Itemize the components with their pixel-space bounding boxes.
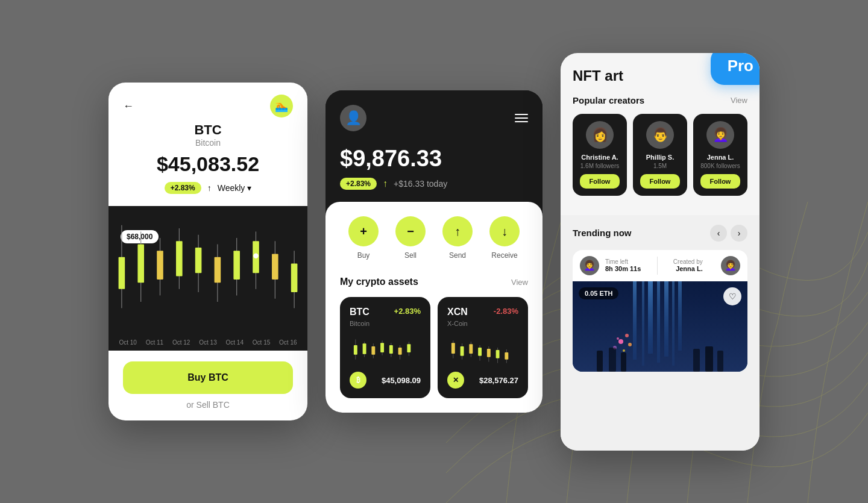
svg-rect-65 (621, 352, 626, 372)
menu-button[interactable] (515, 114, 528, 122)
svg-rect-67 (705, 346, 713, 372)
btc-chart-area: $68,000 (108, 206, 307, 351)
svg-rect-28 (380, 343, 384, 352)
btc-asset-card[interactable]: BTC +2.83% Bitcoin (340, 297, 430, 398)
btc-price: $45,083.52 (157, 152, 259, 176)
btc-candlestick-chart (108, 206, 307, 334)
trending-meta-right: Created by Jenna L. (673, 258, 703, 272)
xcn-asset-icon: ✕ (447, 372, 464, 389)
creator-name-christine: Christine A. (581, 154, 618, 161)
chevron-down-icon: ▾ (247, 183, 251, 193)
trending-time-value: 8h 30m 11s (605, 265, 641, 272)
trending-creator-avatar-right: 👩‍🦱 (721, 256, 740, 275)
wallet-arrow-icon: ↑ (383, 178, 388, 189)
btc-detail-card: ← 🏊 BTC Bitcoin $45,083.52 +2.83% ↑ Week… (108, 83, 307, 420)
nav-prev-button[interactable]: ‹ (710, 225, 727, 242)
buy-action-button[interactable]: + Buy (348, 216, 379, 260)
assets-grid: BTC +2.83% Bitcoin (340, 297, 528, 398)
creator-card-jenna: 👩‍🦱 Jenna L. 800K followers Follow (693, 114, 747, 196)
trending-card[interactable]: 👩‍🦱 Time left 8h 30m 11s Created by Jenn… (573, 250, 747, 372)
svg-point-60 (617, 337, 619, 340)
svg-rect-3 (137, 245, 144, 283)
nav-arrows: ‹ › (710, 225, 747, 242)
svg-point-58 (625, 334, 629, 337)
btc-coin-symbol: BTC (194, 122, 221, 138)
menu-line-1 (515, 114, 528, 115)
follow-button-jenna[interactable]: Follow (700, 174, 740, 189)
creators-row: 👩 Christine A. 1.6M followers Follow 👨 P… (573, 114, 747, 196)
creator-card-christine: 👩 Christine A. 1.6M followers Follow (573, 114, 627, 196)
svg-rect-64 (609, 348, 616, 372)
creator-name-phillip: Phillip S. (646, 154, 674, 161)
follow-button-phillip[interactable]: Follow (640, 174, 680, 189)
back-button[interactable]: ← (123, 100, 134, 113)
svg-rect-66 (693, 349, 700, 372)
svg-rect-17 (272, 254, 278, 280)
btc-asset-change: +2.83% (394, 307, 421, 316)
chart-label-oct16: Oct 16 (279, 339, 297, 346)
assets-view-link[interactable]: View (511, 278, 528, 287)
btc-asset-symbol: BTC (350, 307, 370, 317)
svg-point-62 (623, 349, 625, 352)
chart-label-oct11: Oct 11 (146, 339, 163, 346)
svg-rect-30 (389, 345, 393, 354)
pro-badge: Pro (711, 53, 760, 85)
sell-action-button[interactable]: − Sell (395, 216, 426, 260)
svg-rect-36 (451, 343, 455, 354)
action-buttons-row: + Buy − Sell ↑ Send ↓ Receive (340, 216, 528, 260)
wallet-top-section: 👤 $9,876.33 +2.83% ↑ +$16.33 today (326, 90, 542, 202)
receive-action-button[interactable]: ↓ Receive (489, 216, 520, 260)
sell-action-label: Sell (404, 251, 417, 260)
btc-asset-icon: ₿ (350, 372, 366, 389)
creator-card-phillip: 👨 Phillip S. 1.5M Follow (633, 114, 687, 196)
send-action-button[interactable]: ↑ Send (442, 216, 473, 260)
trending-time-label: Time left (605, 258, 641, 265)
trending-creator-name: Jenna L. (676, 265, 703, 272)
wallet-user-avatar: 👤 (340, 105, 366, 131)
sell-btc-link[interactable]: or Sell BTC (186, 400, 230, 410)
svg-rect-56 (678, 281, 682, 351)
svg-rect-44 (487, 349, 491, 357)
assets-title: My crypto assets (340, 276, 418, 287)
menu-line-3 (515, 121, 528, 122)
svg-rect-63 (597, 351, 603, 372)
svg-rect-19 (291, 263, 298, 292)
buy-btc-button[interactable]: Buy BTC (123, 361, 293, 394)
xcn-asset-price: $28,576.27 (479, 376, 518, 385)
btc-mini-chart (350, 334, 421, 364)
nav-next-button[interactable]: › (731, 225, 747, 242)
svg-rect-40 (469, 344, 473, 354)
trending-created-by-label: Created by (673, 258, 703, 265)
trending-divider (657, 257, 658, 275)
btc-coin-name: Bitcoin (195, 138, 221, 148)
btc-asset-price: $45,098.09 (382, 376, 421, 385)
svg-rect-68 (717, 351, 723, 372)
nft-title: NFT art (573, 67, 623, 84)
svg-rect-9 (195, 248, 202, 273)
popular-creators-view[interactable]: View (731, 96, 747, 105)
xcn-mini-chart (447, 334, 518, 364)
receive-icon-circle: ↓ (489, 216, 520, 246)
btc-top-section: ← 🏊 BTC Bitcoin $45,083.52 +2.83% ↑ Week… (108, 83, 307, 206)
wallet-card: 👤 $9,876.33 +2.83% ↑ +$16.33 today + Buy (326, 90, 542, 413)
chart-x-labels: Oct 10 Oct 11 Oct 12 Oct 13 Oct 14 Oct 1… (108, 339, 307, 346)
menu-line-2 (515, 117, 528, 119)
wallet-bottom-section: + Buy − Sell ↑ Send ↓ Receive My cryp (326, 202, 542, 413)
btc-bottom-section: Buy BTC or Sell BTC (108, 351, 307, 420)
btc-asset-name: Bitcoin (350, 320, 421, 327)
btc-period-selector[interactable]: Weekly ▾ (218, 183, 252, 193)
xcn-asset-change: -2.83% (494, 307, 518, 316)
receive-action-label: Receive (491, 251, 517, 260)
trending-title: Trending now (573, 228, 632, 238)
svg-rect-5 (157, 251, 163, 280)
btc-asset-header: BTC +2.83% (350, 307, 421, 317)
svg-rect-7 (176, 241, 183, 276)
xcn-asset-card[interactable]: XCN -2.83% X-Coin (438, 297, 528, 398)
svg-rect-38 (461, 346, 464, 356)
wallet-change-text: +$16.33 today (394, 179, 447, 189)
btc-header-row: ← 🏊 (123, 95, 293, 117)
chart-label-oct14: Oct 14 (226, 339, 244, 346)
svg-rect-42 (478, 348, 482, 356)
heart-button[interactable]: ♡ (723, 287, 741, 305)
follow-button-christine[interactable]: Follow (580, 174, 620, 189)
